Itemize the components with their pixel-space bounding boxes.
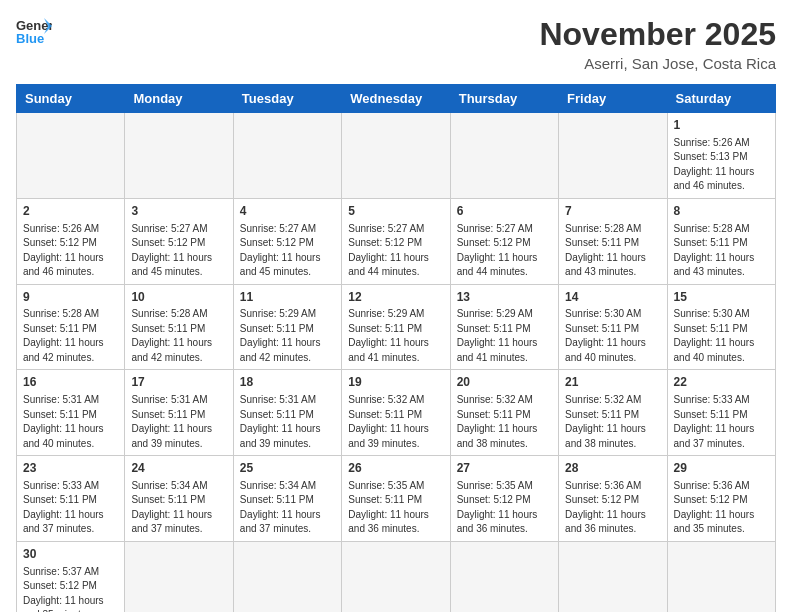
week-row-0: 1Sunrise: 5:26 AM Sunset: 5:13 PM Daylig… bbox=[17, 113, 776, 199]
calendar-cell: 1Sunrise: 5:26 AM Sunset: 5:13 PM Daylig… bbox=[667, 113, 775, 199]
calendar-cell: 5Sunrise: 5:27 AM Sunset: 5:12 PM Daylig… bbox=[342, 198, 450, 284]
day-info: Sunrise: 5:28 AM Sunset: 5:11 PM Dayligh… bbox=[23, 307, 118, 365]
calendar-cell: 17Sunrise: 5:31 AM Sunset: 5:11 PM Dayli… bbox=[125, 370, 233, 456]
calendar-cell: 3Sunrise: 5:27 AM Sunset: 5:12 PM Daylig… bbox=[125, 198, 233, 284]
day-info: Sunrise: 5:35 AM Sunset: 5:12 PM Dayligh… bbox=[457, 479, 552, 537]
page-header: General Blue November 2025 Aserri, San J… bbox=[16, 16, 776, 72]
day-info: Sunrise: 5:30 AM Sunset: 5:11 PM Dayligh… bbox=[565, 307, 660, 365]
day-info: Sunrise: 5:35 AM Sunset: 5:11 PM Dayligh… bbox=[348, 479, 443, 537]
calendar-cell bbox=[450, 113, 558, 199]
calendar-cell: 20Sunrise: 5:32 AM Sunset: 5:11 PM Dayli… bbox=[450, 370, 558, 456]
calendar-cell: 6Sunrise: 5:27 AM Sunset: 5:12 PM Daylig… bbox=[450, 198, 558, 284]
day-number: 4 bbox=[240, 203, 335, 220]
calendar-cell bbox=[125, 113, 233, 199]
day-info: Sunrise: 5:27 AM Sunset: 5:12 PM Dayligh… bbox=[457, 222, 552, 280]
calendar-cell: 11Sunrise: 5:29 AM Sunset: 5:11 PM Dayli… bbox=[233, 284, 341, 370]
day-info: Sunrise: 5:32 AM Sunset: 5:11 PM Dayligh… bbox=[348, 393, 443, 451]
day-info: Sunrise: 5:33 AM Sunset: 5:11 PM Dayligh… bbox=[23, 479, 118, 537]
calendar-table: SundayMondayTuesdayWednesdayThursdayFrid… bbox=[16, 84, 776, 612]
day-number: 15 bbox=[674, 289, 769, 306]
week-row-2: 9Sunrise: 5:28 AM Sunset: 5:11 PM Daylig… bbox=[17, 284, 776, 370]
calendar-cell: 14Sunrise: 5:30 AM Sunset: 5:11 PM Dayli… bbox=[559, 284, 667, 370]
calendar-cell: 22Sunrise: 5:33 AM Sunset: 5:11 PM Dayli… bbox=[667, 370, 775, 456]
day-info: Sunrise: 5:30 AM Sunset: 5:11 PM Dayligh… bbox=[674, 307, 769, 365]
calendar-cell bbox=[233, 541, 341, 612]
calendar-cell: 30Sunrise: 5:37 AM Sunset: 5:12 PM Dayli… bbox=[17, 541, 125, 612]
day-number: 30 bbox=[23, 546, 118, 563]
calendar-cell bbox=[559, 541, 667, 612]
day-number: 20 bbox=[457, 374, 552, 391]
day-number: 3 bbox=[131, 203, 226, 220]
calendar-cell bbox=[450, 541, 558, 612]
day-info: Sunrise: 5:36 AM Sunset: 5:12 PM Dayligh… bbox=[674, 479, 769, 537]
day-info: Sunrise: 5:32 AM Sunset: 5:11 PM Dayligh… bbox=[565, 393, 660, 451]
calendar-cell: 9Sunrise: 5:28 AM Sunset: 5:11 PM Daylig… bbox=[17, 284, 125, 370]
day-info: Sunrise: 5:26 AM Sunset: 5:13 PM Dayligh… bbox=[674, 136, 769, 194]
day-number: 7 bbox=[565, 203, 660, 220]
calendar-cell: 26Sunrise: 5:35 AM Sunset: 5:11 PM Dayli… bbox=[342, 456, 450, 542]
day-info: Sunrise: 5:28 AM Sunset: 5:11 PM Dayligh… bbox=[674, 222, 769, 280]
day-number: 10 bbox=[131, 289, 226, 306]
calendar-cell: 29Sunrise: 5:36 AM Sunset: 5:12 PM Dayli… bbox=[667, 456, 775, 542]
calendar-cell bbox=[342, 541, 450, 612]
calendar-cell: 27Sunrise: 5:35 AM Sunset: 5:12 PM Dayli… bbox=[450, 456, 558, 542]
weekday-wednesday: Wednesday bbox=[342, 85, 450, 113]
day-number: 2 bbox=[23, 203, 118, 220]
calendar-cell: 25Sunrise: 5:34 AM Sunset: 5:11 PM Dayli… bbox=[233, 456, 341, 542]
day-number: 29 bbox=[674, 460, 769, 477]
week-row-4: 23Sunrise: 5:33 AM Sunset: 5:11 PM Dayli… bbox=[17, 456, 776, 542]
day-info: Sunrise: 5:31 AM Sunset: 5:11 PM Dayligh… bbox=[131, 393, 226, 451]
calendar-cell: 16Sunrise: 5:31 AM Sunset: 5:11 PM Dayli… bbox=[17, 370, 125, 456]
location-title: Aserri, San Jose, Costa Rica bbox=[539, 55, 776, 72]
day-number: 17 bbox=[131, 374, 226, 391]
day-number: 26 bbox=[348, 460, 443, 477]
month-title: November 2025 bbox=[539, 16, 776, 53]
svg-text:Blue: Blue bbox=[16, 31, 44, 46]
calendar-cell bbox=[559, 113, 667, 199]
day-number: 23 bbox=[23, 460, 118, 477]
day-info: Sunrise: 5:31 AM Sunset: 5:11 PM Dayligh… bbox=[240, 393, 335, 451]
week-row-3: 16Sunrise: 5:31 AM Sunset: 5:11 PM Dayli… bbox=[17, 370, 776, 456]
day-info: Sunrise: 5:27 AM Sunset: 5:12 PM Dayligh… bbox=[240, 222, 335, 280]
day-number: 13 bbox=[457, 289, 552, 306]
weekday-thursday: Thursday bbox=[450, 85, 558, 113]
day-info: Sunrise: 5:27 AM Sunset: 5:12 PM Dayligh… bbox=[131, 222, 226, 280]
day-number: 27 bbox=[457, 460, 552, 477]
calendar-cell bbox=[233, 113, 341, 199]
day-info: Sunrise: 5:29 AM Sunset: 5:11 PM Dayligh… bbox=[348, 307, 443, 365]
weekday-saturday: Saturday bbox=[667, 85, 775, 113]
day-info: Sunrise: 5:29 AM Sunset: 5:11 PM Dayligh… bbox=[240, 307, 335, 365]
logo: General Blue bbox=[16, 16, 52, 46]
logo-icon: General Blue bbox=[16, 16, 52, 46]
calendar-cell: 18Sunrise: 5:31 AM Sunset: 5:11 PM Dayli… bbox=[233, 370, 341, 456]
day-info: Sunrise: 5:34 AM Sunset: 5:11 PM Dayligh… bbox=[240, 479, 335, 537]
calendar-cell bbox=[125, 541, 233, 612]
week-row-1: 2Sunrise: 5:26 AM Sunset: 5:12 PM Daylig… bbox=[17, 198, 776, 284]
weekday-sunday: Sunday bbox=[17, 85, 125, 113]
calendar-cell: 28Sunrise: 5:36 AM Sunset: 5:12 PM Dayli… bbox=[559, 456, 667, 542]
day-number: 18 bbox=[240, 374, 335, 391]
day-number: 21 bbox=[565, 374, 660, 391]
week-row-5: 30Sunrise: 5:37 AM Sunset: 5:12 PM Dayli… bbox=[17, 541, 776, 612]
day-info: Sunrise: 5:26 AM Sunset: 5:12 PM Dayligh… bbox=[23, 222, 118, 280]
day-number: 25 bbox=[240, 460, 335, 477]
day-info: Sunrise: 5:37 AM Sunset: 5:12 PM Dayligh… bbox=[23, 565, 118, 612]
calendar-cell: 21Sunrise: 5:32 AM Sunset: 5:11 PM Dayli… bbox=[559, 370, 667, 456]
calendar-cell: 10Sunrise: 5:28 AM Sunset: 5:11 PM Dayli… bbox=[125, 284, 233, 370]
day-number: 11 bbox=[240, 289, 335, 306]
day-number: 1 bbox=[674, 117, 769, 134]
day-number: 14 bbox=[565, 289, 660, 306]
day-info: Sunrise: 5:33 AM Sunset: 5:11 PM Dayligh… bbox=[674, 393, 769, 451]
calendar-cell: 8Sunrise: 5:28 AM Sunset: 5:11 PM Daylig… bbox=[667, 198, 775, 284]
calendar-cell bbox=[667, 541, 775, 612]
calendar-cell: 23Sunrise: 5:33 AM Sunset: 5:11 PM Dayli… bbox=[17, 456, 125, 542]
day-number: 8 bbox=[674, 203, 769, 220]
day-info: Sunrise: 5:34 AM Sunset: 5:11 PM Dayligh… bbox=[131, 479, 226, 537]
day-info: Sunrise: 5:28 AM Sunset: 5:11 PM Dayligh… bbox=[565, 222, 660, 280]
day-number: 28 bbox=[565, 460, 660, 477]
day-number: 16 bbox=[23, 374, 118, 391]
day-info: Sunrise: 5:32 AM Sunset: 5:11 PM Dayligh… bbox=[457, 393, 552, 451]
calendar-cell: 2Sunrise: 5:26 AM Sunset: 5:12 PM Daylig… bbox=[17, 198, 125, 284]
day-info: Sunrise: 5:27 AM Sunset: 5:12 PM Dayligh… bbox=[348, 222, 443, 280]
day-number: 5 bbox=[348, 203, 443, 220]
